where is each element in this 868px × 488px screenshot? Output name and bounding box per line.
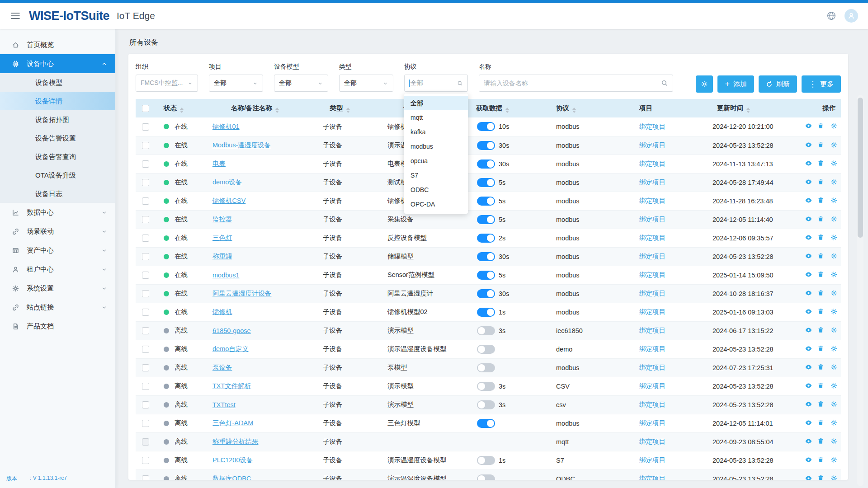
bind-project-link[interactable]: 绑定项目 bbox=[639, 141, 665, 149]
sidebar-item-device-topology[interactable]: 设备拓扑图 bbox=[0, 110, 115, 129]
row-checkbox[interactable] bbox=[142, 309, 149, 316]
view-icon[interactable] bbox=[805, 400, 812, 408]
trash-icon[interactable] bbox=[817, 252, 825, 260]
data-collect-toggle[interactable] bbox=[477, 122, 495, 131]
row-settings-icon[interactable] bbox=[830, 122, 838, 130]
device-name-link[interactable]: modbus1 bbox=[212, 272, 240, 279]
device-name-link[interactable]: 电表 bbox=[212, 160, 226, 167]
bind-project-link[interactable]: 绑定项目 bbox=[639, 456, 665, 464]
trash-icon[interactable] bbox=[817, 345, 825, 352]
row-checkbox[interactable] bbox=[142, 346, 149, 353]
row-settings-icon[interactable] bbox=[830, 178, 838, 186]
add-button[interactable]: + 添加 bbox=[717, 75, 754, 93]
device-name-input[interactable] bbox=[484, 80, 661, 87]
trash-icon[interactable] bbox=[817, 437, 825, 445]
device-name-link[interactable]: 镭修机CSV bbox=[212, 197, 245, 204]
protocol-option-S7[interactable]: S7 bbox=[404, 168, 468, 183]
bind-project-link[interactable]: 绑定项目 bbox=[639, 197, 665, 204]
protocol-option-ODBC[interactable]: ODBC bbox=[404, 183, 468, 197]
device-name-link[interactable]: TXT文件解析 bbox=[212, 382, 251, 389]
device-name-link[interactable]: Modbus-温湿度设备 bbox=[212, 141, 271, 149]
row-checkbox[interactable] bbox=[142, 420, 149, 427]
data-collect-toggle[interactable] bbox=[477, 382, 495, 391]
device-name-link[interactable]: demo设备 bbox=[212, 178, 242, 186]
sidebar-item-device-model[interactable]: 设备模型 bbox=[0, 73, 115, 92]
trash-icon[interactable] bbox=[817, 289, 825, 297]
sidebar-item-device-center[interactable]: 设备中心 bbox=[0, 54, 115, 73]
bind-project-link[interactable]: 绑定项目 bbox=[639, 419, 665, 427]
trash-icon[interactable] bbox=[817, 197, 825, 204]
view-icon[interactable] bbox=[805, 289, 812, 297]
protocol-option-全部[interactable]: 全部 bbox=[404, 96, 468, 110]
bind-project-link[interactable]: 绑定项目 bbox=[639, 382, 665, 389]
device-name-link[interactable]: 监控器 bbox=[212, 216, 232, 223]
bind-project-link[interactable]: 绑定项目 bbox=[639, 253, 665, 260]
column-header[interactable]: 类型 bbox=[305, 99, 375, 117]
row-settings-icon[interactable] bbox=[830, 289, 838, 297]
view-icon[interactable] bbox=[805, 141, 812, 149]
device-name-link[interactable]: 阿里云温湿度计设备 bbox=[212, 290, 272, 297]
sidebar-item-scene-linkage[interactable]: 场景联动 bbox=[0, 222, 115, 241]
org-filter-select[interactable]: FMCS中控监... bbox=[136, 75, 198, 92]
data-collect-toggle[interactable] bbox=[477, 474, 495, 480]
refresh-button[interactable]: 刷新 bbox=[759, 75, 797, 93]
select-all-checkbox[interactable] bbox=[142, 105, 149, 112]
row-settings-icon[interactable] bbox=[830, 437, 838, 445]
row-checkbox[interactable] bbox=[142, 253, 149, 260]
bind-project-link[interactable]: 绑定项目 bbox=[639, 271, 665, 278]
bind-project-link[interactable]: 绑定项目 bbox=[639, 216, 665, 223]
sidebar-item-product-docs[interactable]: 产品文档 bbox=[0, 317, 115, 336]
protocol-option-opcua[interactable]: opcua bbox=[404, 154, 468, 168]
device-name-link[interactable]: 镭修机 bbox=[212, 308, 232, 315]
row-settings-icon[interactable] bbox=[830, 141, 838, 149]
row-checkbox[interactable] bbox=[142, 475, 149, 480]
trash-icon[interactable] bbox=[817, 308, 825, 315]
sidebar-item-home-overview[interactable]: 首页概览 bbox=[0, 35, 115, 54]
view-icon[interactable] bbox=[805, 271, 812, 278]
sidebar-item-ota-upgrade[interactable]: OTA设备升级 bbox=[0, 166, 115, 184]
row-checkbox[interactable] bbox=[142, 160, 149, 168]
trash-icon[interactable] bbox=[817, 326, 825, 334]
data-collect-toggle[interactable] bbox=[477, 419, 495, 428]
row-checkbox[interactable] bbox=[142, 290, 149, 297]
type-filter-select[interactable]: 全部 bbox=[339, 75, 393, 92]
sort-icon[interactable] bbox=[572, 108, 576, 113]
device-name-link[interactable]: 镭修机01 bbox=[212, 123, 240, 130]
row-settings-icon[interactable] bbox=[830, 197, 838, 204]
row-settings-icon[interactable] bbox=[830, 363, 838, 371]
bind-project-link[interactable]: 绑定项目 bbox=[639, 178, 665, 186]
data-collect-toggle[interactable] bbox=[477, 400, 495, 409]
row-settings-icon[interactable] bbox=[830, 419, 838, 427]
view-icon[interactable] bbox=[805, 308, 812, 315]
device-name-link[interactable]: 三色灯-ADAM bbox=[212, 419, 253, 427]
bind-project-link[interactable]: 绑定项目 bbox=[639, 160, 665, 167]
column-header[interactable]: 更新时间 bbox=[693, 99, 805, 117]
row-checkbox[interactable] bbox=[142, 123, 149, 131]
model-filter-select[interactable]: 全部 bbox=[274, 75, 328, 92]
bind-project-link[interactable]: 绑定项目 bbox=[639, 401, 665, 408]
data-collect-toggle[interactable] bbox=[477, 252, 495, 261]
row-checkbox[interactable] bbox=[142, 364, 149, 371]
row-checkbox[interactable] bbox=[142, 438, 149, 446]
scrollbar-thumb[interactable] bbox=[858, 98, 863, 238]
sidebar-item-device-log[interactable]: 设备日志 bbox=[0, 184, 115, 203]
protocol-filter-select[interactable]: 全部 bbox=[404, 75, 468, 92]
view-icon[interactable] bbox=[805, 160, 812, 167]
bind-project-link[interactable]: 绑定项目 bbox=[639, 290, 665, 297]
trash-icon[interactable] bbox=[817, 419, 825, 427]
data-collect-toggle[interactable] bbox=[477, 308, 495, 317]
user-avatar[interactable] bbox=[844, 9, 858, 23]
view-icon[interactable] bbox=[805, 363, 812, 371]
data-collect-toggle[interactable] bbox=[477, 197, 495, 206]
view-icon[interactable] bbox=[805, 437, 812, 445]
data-collect-toggle[interactable] bbox=[477, 345, 495, 354]
trash-icon[interactable] bbox=[817, 141, 825, 149]
device-name-link[interactable]: PLC1200设备 bbox=[212, 456, 253, 464]
row-settings-icon[interactable] bbox=[830, 215, 838, 223]
trash-icon[interactable] bbox=[817, 400, 825, 408]
sidebar-item-device-alarm-query[interactable]: 设备告警查询 bbox=[0, 147, 115, 166]
bind-project-link[interactable]: 绑定项目 bbox=[639, 364, 665, 371]
trash-icon[interactable] bbox=[817, 122, 825, 130]
sort-icon[interactable] bbox=[346, 108, 350, 113]
row-checkbox[interactable] bbox=[142, 197, 149, 205]
